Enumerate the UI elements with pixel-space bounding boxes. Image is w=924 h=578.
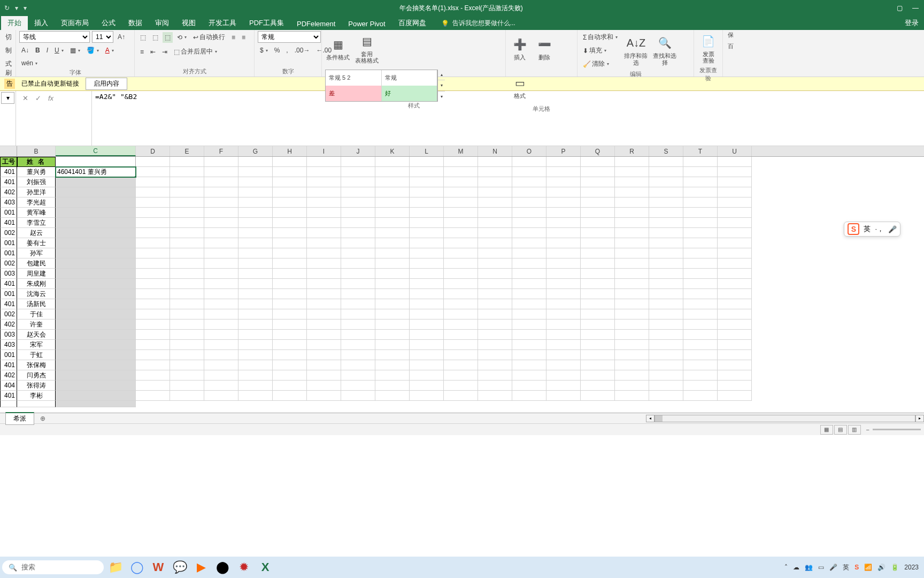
cell[interactable] — [204, 299, 238, 309]
cell-name[interactable]: 周皇建 — [17, 269, 56, 279]
cell[interactable] — [683, 309, 718, 320]
font-size-combo[interactable]: 11 — [92, 31, 113, 43]
cell-name[interactable]: 张保梅 — [17, 360, 56, 370]
scroll-right-icon[interactable]: ▸ — [915, 415, 924, 422]
cell[interactable] — [375, 187, 410, 197]
cell[interactable] — [546, 279, 581, 289]
cell-id[interactable]: 001 — [0, 208, 17, 218]
cell[interactable] — [581, 391, 615, 401]
cell[interactable] — [478, 238, 512, 248]
cell[interactable] — [238, 238, 273, 248]
cell[interactable] — [546, 157, 581, 167]
cell-name[interactable]: 沈海云 — [17, 289, 56, 299]
cell[interactable] — [375, 381, 410, 391]
tab-baidu-netdisk[interactable]: 百度网盘 — [392, 16, 433, 30]
cell[interactable] — [512, 381, 546, 391]
cell-name[interactable]: 赵云 — [17, 228, 56, 238]
cell[interactable] — [410, 187, 444, 197]
cell[interactable] — [512, 391, 546, 401]
cell[interactable] — [444, 177, 478, 187]
cell-id[interactable]: 001 — [0, 238, 17, 248]
cell[interactable] — [478, 350, 512, 360]
cell[interactable] — [683, 248, 718, 258]
tab-pdf-tools[interactable]: PDF工具集 — [243, 16, 290, 30]
cell[interactable] — [649, 197, 683, 208]
selected-cell[interactable] — [56, 340, 136, 350]
cell[interactable] — [341, 238, 375, 248]
cell[interactable] — [238, 289, 273, 299]
cell[interactable] — [683, 320, 718, 330]
selected-cell[interactable] — [56, 360, 136, 370]
cell[interactable] — [170, 197, 204, 208]
cell[interactable] — [170, 350, 204, 360]
cell[interactable] — [307, 330, 341, 340]
cell[interactable] — [204, 340, 238, 350]
cell[interactable] — [718, 258, 752, 269]
cell[interactable] — [170, 208, 204, 218]
cell[interactable] — [341, 330, 375, 340]
cell[interactable] — [615, 289, 649, 299]
cell[interactable] — [512, 238, 546, 248]
cell[interactable] — [273, 360, 307, 370]
selected-cell[interactable] — [56, 208, 136, 218]
cell[interactable] — [204, 289, 238, 299]
cell[interactable] — [136, 370, 170, 381]
cell[interactable] — [170, 177, 204, 187]
cell[interactable] — [683, 258, 718, 269]
cell[interactable] — [478, 370, 512, 381]
align-left-icon[interactable]: ≡ — [229, 32, 237, 43]
ime-toolbar[interactable]: S 英 ·， 🎤 — [844, 222, 900, 237]
cell[interactable] — [683, 218, 718, 228]
cell[interactable] — [581, 177, 615, 187]
style-normal-52[interactable]: 常规 5 2 — [326, 70, 382, 86]
cell-id[interactable]: 001 — [0, 289, 17, 299]
cell[interactable] — [170, 340, 204, 350]
tab-review[interactable]: 审阅 — [149, 16, 175, 30]
cell[interactable] — [238, 340, 273, 350]
cell[interactable] — [273, 157, 307, 167]
cell[interactable] — [718, 228, 752, 238]
cell[interactable] — [307, 289, 341, 299]
cell[interactable] — [444, 330, 478, 340]
cell[interactable] — [581, 381, 615, 391]
column-header-Q[interactable]: Q — [581, 146, 615, 156]
cell[interactable] — [546, 248, 581, 258]
cell[interactable] — [410, 248, 444, 258]
taskbar-search[interactable]: 🔍 搜索 — [2, 560, 104, 574]
cell[interactable] — [307, 218, 341, 228]
cell[interactable] — [204, 218, 238, 228]
cell[interactable] — [375, 258, 410, 269]
cell-name[interactable]: 张得涛 — [17, 381, 56, 391]
font-color-button[interactable]: A — [103, 45, 116, 56]
cell[interactable] — [615, 228, 649, 238]
tray-clock[interactable]: 2023 — [904, 564, 919, 571]
clear-button[interactable]: 🧹 清除 — [581, 58, 620, 70]
tray-volume-icon[interactable]: 🔊 — [877, 564, 886, 571]
accounting-format-button[interactable]: $ — [258, 45, 270, 56]
cell[interactable] — [478, 228, 512, 238]
tab-insert[interactable]: 插入 — [28, 16, 55, 30]
cell[interactable] — [341, 218, 375, 228]
selected-cell[interactable] — [56, 218, 136, 228]
cell[interactable] — [478, 258, 512, 269]
cell[interactable] — [410, 157, 444, 167]
cell[interactable] — [238, 248, 273, 258]
cell-name[interactable]: 董兴勇 — [17, 167, 56, 177]
cell[interactable] — [546, 309, 581, 320]
cell[interactable] — [615, 269, 649, 279]
scroll-thumb[interactable] — [655, 415, 663, 422]
cell-id[interactable]: 401 — [0, 299, 17, 309]
cell[interactable] — [410, 360, 444, 370]
cell[interactable] — [546, 218, 581, 228]
selected-cell[interactable] — [56, 228, 136, 238]
cell[interactable] — [204, 360, 238, 370]
cell[interactable] — [273, 177, 307, 187]
cell[interactable] — [546, 381, 581, 391]
cell[interactable] — [410, 330, 444, 340]
cell-id[interactable]: 401 — [0, 218, 17, 228]
cell[interactable] — [444, 309, 478, 320]
cell[interactable] — [136, 381, 170, 391]
cell[interactable] — [341, 289, 375, 299]
cell[interactable] — [615, 360, 649, 370]
cell[interactable] — [581, 258, 615, 269]
